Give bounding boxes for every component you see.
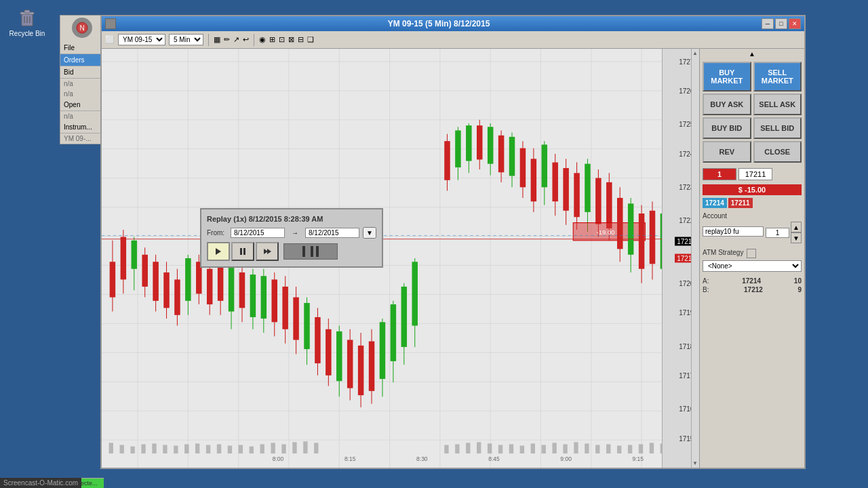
replay-to-dropdown[interactable]: ▼ [363, 227, 376, 239]
title-bar: YM 09-15 (5 Min) 8/12/2015 ─ □ ✕ [102, 16, 804, 31]
tool-icon-4[interactable]: ⊞ [269, 35, 275, 44]
price-axis: 17270 17260 17250 17240 17230 17220 1721… [662, 49, 699, 468]
cursor-icon[interactable]: ↗ [233, 35, 239, 44]
watermark: Screencast-O-Matic.com [0, 478, 81, 488]
toolbar: ⬜ YM 09-15 5 Min ▦ ✏ ↗ ↩ ◉ ⊞ ⊡ ⊠ ⊟ ❑ [102, 31, 804, 49]
svg-rect-119 [477, 125, 482, 159]
minimize-button[interactable]: ─ [762, 18, 774, 29]
speed-controls [283, 242, 338, 261]
atm-label: ATM Strategy [703, 249, 743, 256]
svg-rect-121 [488, 127, 493, 163]
replay-to-date[interactable] [305, 228, 359, 238]
instrument-selector[interactable]: YM 09-15 [118, 34, 165, 45]
svg-rect-87 [391, 304, 396, 361]
replay-panel: Replay (1x) 8/12/2015 8:28:39 AM From: →… [200, 208, 383, 268]
svg-rect-137 [574, 173, 579, 217]
bid-label: B: [703, 286, 709, 293]
chart-type-icon[interactable]: ▦ [214, 35, 220, 44]
tool-icon-5[interactable]: ⊡ [279, 35, 285, 44]
svg-rect-65 [272, 279, 277, 322]
buy-ask-button[interactable]: BUY ASK [703, 94, 751, 115]
qty-stepper-input[interactable] [766, 228, 789, 238]
svg-rect-59 [239, 272, 245, 308]
svg-marker-192 [267, 249, 271, 254]
sell-ask-button[interactable]: SELL ASK [753, 94, 802, 115]
svg-rect-123 [498, 136, 504, 172]
atm-section: ATM Strategy <None> [700, 246, 804, 274]
svg-rect-151 [639, 214, 644, 269]
replay-fastforward-button[interactable] [256, 242, 279, 261]
atm-checkbox[interactable] [747, 249, 756, 258]
svg-rect-85 [380, 322, 385, 379]
svg-rect-93 [120, 445, 124, 453]
replay-from-date[interactable] [231, 228, 285, 238]
quantity-input[interactable] [703, 168, 736, 180]
orders-button[interactable]: Orders [60, 54, 103, 66]
bid-value: n/a [60, 79, 103, 89]
replay-title: Replay (1x) 8/12/2015 8:28:39 AM [207, 215, 376, 223]
svg-rect-131 [542, 144, 547, 187]
title-bar-left [105, 18, 116, 29]
tool-icon-6[interactable]: ⊠ [288, 35, 294, 44]
svg-rect-106 [260, 444, 264, 453]
svg-rect-45 [163, 272, 169, 308]
svg-rect-113 [444, 141, 450, 180]
draw-tool-icon[interactable]: ✏ [224, 35, 230, 44]
svg-rect-43 [153, 262, 158, 301]
sell-bid-button[interactable]: SELL BID [753, 117, 802, 139]
timeframe-selector[interactable]: 5 Min [169, 34, 203, 45]
buy-bid-button[interactable]: BUY BID [703, 117, 751, 139]
price-axis-scroll[interactable]: ▲ ▼ [691, 49, 699, 468]
svg-rect-166 [531, 443, 535, 453]
svg-rect-109 [292, 442, 296, 453]
svg-rect-159 [455, 444, 459, 453]
chart-area[interactable]: -19.00 [102, 49, 699, 468]
trading-buttons-grid: BUYMARKET SELLMARKET BUY ASK SELL ASK BU… [700, 59, 804, 165]
svg-rect-163 [498, 445, 502, 453]
price-input[interactable] [738, 168, 772, 180]
svg-rect-149 [628, 203, 633, 254]
sell-market-button[interactable]: SELLMARKET [753, 62, 802, 92]
bid-label: Bid [60, 66, 103, 79]
account-row: ▲ ▼ [703, 222, 802, 243]
speed-bar-1 [302, 246, 305, 257]
file-button[interactable]: File [60, 42, 103, 54]
rev-button[interactable]: REV [703, 141, 751, 163]
atm-strategy-select[interactable]: <None> [703, 260, 802, 272]
maximize-button[interactable]: □ [775, 18, 787, 29]
buy-market-button[interactable]: BUYMARKET [703, 62, 751, 92]
svg-rect-75 [326, 329, 331, 375]
pnl-display: $ -15.00 [703, 184, 802, 195]
svg-text:9:15: 9:15 [633, 455, 644, 462]
svg-rect-175 [628, 445, 632, 453]
svg-rect-41 [142, 255, 147, 287]
recycle-bin[interactable]: Recycle Bin [7, 7, 47, 37]
svg-rect-127 [520, 148, 526, 188]
right-panel: ▲ BUYMARKET SELLMARKET BUY ASK SELL ASK … [699, 49, 804, 468]
desktop-icons-area: Recycle Bin [7, 7, 47, 37]
svg-rect-102 [217, 444, 221, 453]
speed-slider[interactable] [283, 243, 338, 260]
replay-pause-button[interactable] [231, 242, 254, 261]
scroll-up[interactable]: ▲ [700, 49, 804, 59]
tool-icon-8[interactable]: ❑ [307, 35, 314, 44]
window-title: YM 09-15 (5 Min) 8/12/2015 [116, 19, 762, 28]
svg-rect-49 [185, 258, 191, 301]
replay-play-button[interactable] [207, 242, 230, 261]
svg-rect-177 [650, 443, 654, 453]
stepper-up-button[interactable]: ▲ [791, 222, 802, 232]
tool-icon-7[interactable]: ⊟ [298, 35, 304, 44]
window-close-button[interactable]: ✕ [789, 18, 801, 29]
svg-text:N: N [79, 24, 84, 32]
svg-text:9:00: 9:00 [560, 455, 572, 462]
close-trade-button[interactable]: CLOSE [753, 141, 802, 163]
stepper-down-button[interactable]: ▼ [791, 232, 802, 243]
replay-from-row: From: → ▼ [207, 227, 376, 239]
account-input[interactable] [703, 226, 764, 237]
tool-icon-3[interactable]: ◉ [259, 35, 266, 44]
toolbar-icon-1: ⬜ [105, 35, 115, 44]
tool-icon-2[interactable]: ↩ [243, 35, 249, 44]
bid-position-label: 17214 [703, 198, 727, 208]
recycle-bin-label: Recycle Bin [9, 30, 45, 37]
bid-row: B: 17212 9 [703, 286, 802, 293]
